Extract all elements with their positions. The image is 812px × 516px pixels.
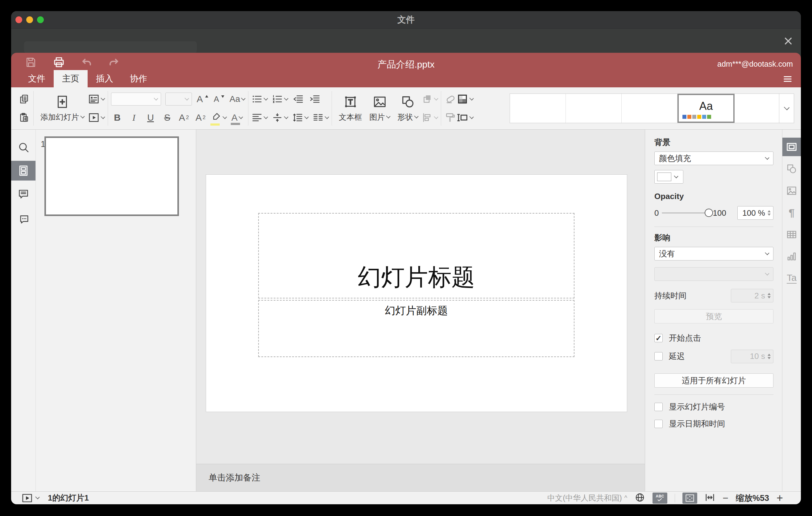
start-slideshow-button[interactable]	[88, 111, 105, 124]
show-slide-number-label: 显示幻灯片编号	[669, 402, 725, 412]
sidebar-item-search[interactable]	[11, 137, 35, 157]
font-name-combo[interactable]	[111, 93, 161, 106]
zoom-out-button[interactable]: −	[723, 493, 728, 503]
sidebar-item-paragraph-settings[interactable]: ¶	[782, 203, 801, 222]
start-slideshow-status-button[interactable]	[22, 493, 39, 503]
slide-thumbnail[interactable]	[45, 136, 179, 216]
theme-thumbnail[interactable]	[510, 94, 566, 123]
show-slide-number-checkbox[interactable]	[654, 403, 663, 411]
numbered-list-button[interactable]	[272, 92, 288, 106]
language-selector[interactable]: 中文(中华人民共和国) ^	[547, 493, 627, 503]
color-scheme-button[interactable]	[457, 92, 473, 106]
opacity-spinner[interactable]	[767, 209, 771, 217]
opacity-slider-thumb[interactable]	[705, 209, 713, 217]
font-name-input[interactable]	[114, 94, 154, 104]
font-size-combo[interactable]	[165, 93, 192, 106]
italic-button[interactable]: I	[128, 111, 140, 124]
theme-thumbnail-selected[interactable]: Aa	[677, 94, 734, 123]
change-case-button[interactable]: Aa	[230, 92, 245, 106]
vertical-align-button[interactable]	[272, 111, 288, 124]
paste-button[interactable]	[18, 111, 30, 124]
apply-to-all-button[interactable]: 适用于所有幻灯片	[654, 373, 774, 388]
duration-input[interactable]: 2 s	[731, 289, 774, 303]
decrease-indent-button[interactable]	[292, 92, 304, 106]
sidebar-item-image-settings[interactable]	[782, 181, 801, 200]
shape-button[interactable]: 形状	[394, 87, 422, 129]
arrange-shape-button[interactable]	[422, 92, 438, 106]
tab-file[interactable]: 文件	[20, 70, 54, 87]
columns-button[interactable]	[313, 111, 328, 124]
increase-font-button[interactable]: A	[196, 92, 208, 106]
theme-thumbnail[interactable]	[734, 94, 779, 123]
tab-insert[interactable]: 插入	[88, 70, 121, 87]
textart-settings-icon: Ta	[787, 273, 796, 284]
tab-collaboration[interactable]: 协作	[121, 70, 155, 87]
highlight-color-button[interactable]	[211, 111, 227, 124]
effect-select[interactable]: 没有	[654, 247, 774, 260]
effect-type-select[interactable]	[654, 267, 774, 281]
show-date-time-checkbox[interactable]	[654, 420, 663, 428]
sidebar-item-table-settings[interactable]	[782, 225, 801, 244]
close-button[interactable]	[783, 36, 793, 46]
notes-area[interactable]: 单击添加备注	[196, 464, 645, 491]
preview-button[interactable]: 预览	[654, 309, 774, 323]
textbox-button[interactable]: 文本框	[335, 87, 366, 129]
duration-spinner[interactable]	[767, 291, 771, 300]
font-size-input[interactable]	[169, 94, 185, 104]
copy-style-button[interactable]	[444, 111, 457, 124]
document-language-button[interactable]	[635, 492, 645, 504]
strikethrough-button[interactable]: S	[161, 111, 173, 124]
increase-indent-button[interactable]	[309, 92, 321, 106]
subscript-button[interactable]: A2	[194, 111, 207, 124]
slideshow-icon	[88, 112, 100, 123]
underline-button[interactable]: U	[144, 111, 157, 124]
start-on-click-checkbox[interactable]: ✓	[654, 334, 663, 342]
strikethrough-glyph: S	[164, 113, 170, 122]
delay-checkbox[interactable]	[654, 352, 663, 361]
background-fill-select[interactable]: 颜色填充	[654, 151, 774, 165]
opacity-input[interactable]: 100 %	[737, 206, 774, 220]
font-color-button[interactable]: A	[231, 111, 243, 124]
chevron-down-icon	[414, 114, 419, 118]
theme-thumbnail[interactable]	[622, 94, 677, 123]
bold-button[interactable]: B	[111, 111, 123, 124]
theme-gallery-expand-button[interactable]	[779, 94, 794, 123]
spellcheck-button[interactable]: ABC	[652, 492, 667, 504]
sidebar-item-slides[interactable]	[11, 161, 35, 180]
fit-to-slide-button[interactable]	[683, 492, 697, 504]
align-shape-button[interactable]	[422, 111, 438, 124]
copy-button[interactable]	[18, 92, 30, 106]
background-color-picker[interactable]	[654, 170, 683, 183]
decrease-font-button[interactable]: A	[213, 92, 225, 106]
title-placeholder[interactable]: 幻灯片标题	[258, 213, 575, 298]
view-settings-button[interactable]	[782, 75, 793, 84]
sidebar-item-textart-settings[interactable]: Ta	[782, 269, 801, 288]
superscript-button[interactable]: A2	[178, 111, 190, 124]
line-spacing-button[interactable]	[292, 111, 308, 124]
add-slide-button[interactable]: 添加幻灯片	[37, 87, 88, 129]
chevron-down-icon	[469, 96, 474, 100]
chevron-down-icon	[284, 114, 288, 119]
subtitle-placeholder[interactable]: 幻灯片副标题	[258, 300, 575, 357]
slide-size-button[interactable]	[457, 111, 473, 124]
theme-thumbnail[interactable]	[566, 94, 622, 123]
sidebar-item-comments[interactable]	[11, 184, 35, 204]
sidebar-item-chart-settings[interactable]	[782, 247, 801, 266]
image-button[interactable]: 图片	[366, 87, 394, 129]
zoom-in-button[interactable]: +	[777, 492, 783, 504]
slide-layout-button[interactable]	[88, 92, 105, 106]
opacity-max-label: 100	[713, 208, 726, 218]
sidebar-item-chat[interactable]	[11, 209, 35, 229]
delay-spinner[interactable]	[767, 352, 771, 361]
sidebar-item-slide-settings[interactable]	[782, 138, 801, 156]
bullet-list-button[interactable]	[252, 92, 267, 106]
opacity-slider[interactable]	[662, 212, 709, 213]
delay-value: 10 s	[750, 351, 765, 361]
sidebar-item-shape-settings[interactable]	[782, 160, 801, 178]
fit-to-width-button[interactable]	[705, 492, 715, 504]
delay-input[interactable]: 10 s	[731, 350, 774, 363]
slide-editing-area[interactable]: 幻灯片标题 幻灯片副标题	[206, 175, 627, 412]
clear-style-button[interactable]	[444, 92, 457, 106]
horizontal-align-button[interactable]	[252, 111, 267, 124]
tab-home[interactable]: 主页	[54, 70, 88, 87]
